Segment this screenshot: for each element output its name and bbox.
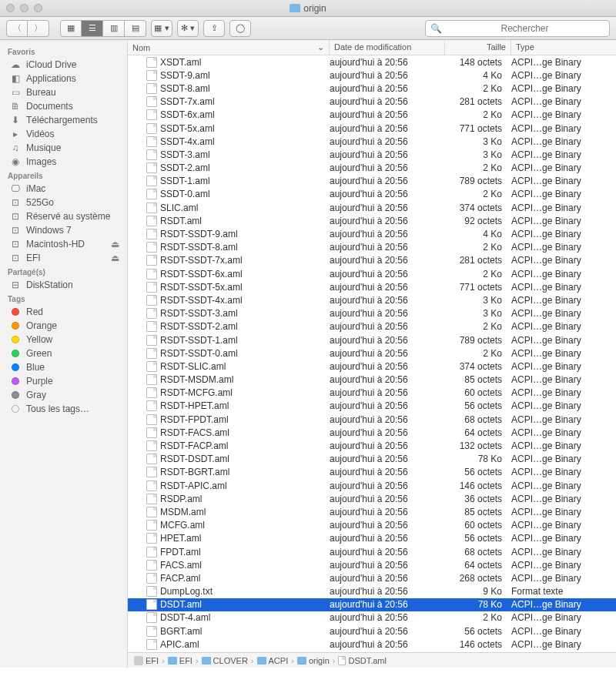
view-list-button[interactable]: ☰ xyxy=(82,20,103,37)
table-row[interactable]: SSDT-7x.amlaujourd'hui à 20:56281 octets… xyxy=(128,95,616,109)
table-row[interactable]: RSDT-BGRT.amlaujourd'hui à 20:5656 octet… xyxy=(128,466,616,479)
file-icon xyxy=(146,229,157,239)
table-row[interactable]: RSDT-APIC.amlaujourd'hui à 20:56146 octe… xyxy=(128,479,616,492)
action-button[interactable]: ✻ ▾ xyxy=(177,20,199,37)
table-row[interactable]: SSDT-4x.amlaujourd'hui à 20:563 KoACPI…g… xyxy=(128,135,616,148)
sidebar-item[interactable]: 🗎Documents xyxy=(0,99,127,113)
table-row[interactable]: RSDT-HPET.amlaujourd'hui à 20:5656 octet… xyxy=(128,400,616,413)
table-row[interactable]: RSDT-SSDT-7x.amlaujourd'hui à 20:56281 o… xyxy=(128,254,616,267)
table-row[interactable]: RSDT-SSDT-4x.amlaujourd'hui à 20:563 KoA… xyxy=(128,293,616,306)
sidebar-item[interactable]: ◉Images xyxy=(0,155,127,169)
eject-icon[interactable]: ⏏ xyxy=(111,253,119,263)
share-button[interactable]: ⇪ xyxy=(203,20,225,37)
table-row[interactable]: SSDT-5x.amlaujourd'hui à 20:56771 octets… xyxy=(128,122,616,135)
path-segment[interactable]: DSDT.aml xyxy=(338,656,387,665)
sidebar-item[interactable]: Tous les tags… xyxy=(0,402,127,416)
column-header-name[interactable]: Nom⌄ xyxy=(128,40,330,55)
sidebar-item[interactable]: ☁iCloud Drive xyxy=(0,58,127,72)
path-segment[interactable]: CLOVER xyxy=(202,656,248,665)
path-segment[interactable]: ACPI xyxy=(257,656,289,665)
table-row[interactable]: RSDT-FACP.amlaujourd'hui à 20:56132 octe… xyxy=(128,439,616,452)
table-row[interactable]: RSDT-SSDT-9.amlaujourd'hui à 20:564 KoAC… xyxy=(128,227,616,240)
sidebar-item[interactable]: ⊡Windows 7 xyxy=(0,223,127,237)
table-row[interactable]: SSDT-0.amlaujourd'hui à 20:562 KoACPI…ge… xyxy=(128,188,616,201)
table-row[interactable]: FPDT.amlaujourd'hui à 20:5668 octetsACPI… xyxy=(128,545,616,558)
table-row[interactable]: SSDT-9.amlaujourd'hui à 20:564 KoACPI…ge… xyxy=(128,69,616,82)
table-row[interactable]: XSDT.amlaujourd'hui à 20:56148 octetsACP… xyxy=(128,55,616,69)
sidebar-item[interactable]: ⊡EFI⏏ xyxy=(0,251,127,265)
sidebar-item[interactable]: Gray xyxy=(0,388,127,402)
arrange-button[interactable]: ▦ ▾ xyxy=(151,20,172,37)
file-icon xyxy=(146,70,157,81)
sidebar-item[interactable]: Green xyxy=(0,347,127,360)
table-row[interactable]: SLIC.amlaujourd'hui à 20:56374 octetsACP… xyxy=(128,201,616,214)
table-row[interactable]: RSDT-MCFG.amlaujourd'hui à 20:5660 octet… xyxy=(128,387,616,400)
file-date: aujourd'hui à 20:56 xyxy=(330,149,445,160)
column-header-size[interactable]: Taille xyxy=(445,40,511,55)
table-row[interactable]: MCFG.amlaujourd'hui à 20:5660 octetsACPI… xyxy=(128,519,616,532)
table-row[interactable]: DSDT.amlaujourd'hui à 20:5678 KoACPI…ge … xyxy=(128,598,616,611)
column-header-date[interactable]: Date de modification xyxy=(330,40,445,55)
table-row[interactable]: RSDT-SSDT-3.amlaujourd'hui à 20:563 KoAC… xyxy=(128,307,616,320)
table-row[interactable]: APIC.amlaujourd'hui à 20:56146 octetsACP… xyxy=(128,638,616,651)
view-columns-button[interactable]: ▥ xyxy=(103,20,125,37)
table-row[interactable]: RSDT-SSDT-1.amlaujourd'hui à 20:56789 oc… xyxy=(128,333,616,347)
back-button[interactable]: 〈 xyxy=(6,20,28,37)
table-row[interactable]: RSDT-FACS.amlaujourd'hui à 20:5664 octet… xyxy=(128,426,616,439)
sidebar-item[interactable]: Red xyxy=(0,305,127,319)
table-row[interactable]: RSDT-SLIC.amlaujourd'hui à 20:56374 octe… xyxy=(128,360,616,373)
sidebar-item[interactable]: ⬇Téléchargements xyxy=(0,113,127,127)
path-segment[interactable]: origin xyxy=(297,656,330,665)
table-row[interactable]: RSDT-MSDM.amlaujourd'hui à 20:5685 octet… xyxy=(128,373,616,387)
file-name: SSDT-3.aml xyxy=(160,149,210,160)
sidebar-item[interactable]: ▸Vidéos xyxy=(0,127,127,141)
table-row[interactable]: RSDT-DSDT.amlaujourd'hui à 20:5678 KoACP… xyxy=(128,453,616,466)
table-row[interactable]: FACP.amlaujourd'hui à 20:56268 octetsACP… xyxy=(128,571,616,584)
table-row[interactable]: SSDT-6x.amlaujourd'hui à 20:562 KoACPI…g… xyxy=(128,109,616,122)
sidebar-item[interactable]: ♫Musique xyxy=(0,141,127,155)
music-icon: ♫ xyxy=(9,142,22,153)
table-row[interactable]: HPET.amlaujourd'hui à 20:5656 octetsACPI… xyxy=(128,532,616,545)
column-header-type[interactable]: Type xyxy=(511,40,616,55)
table-row[interactable]: DSDT-4.amlaujourd'hui à 20:562 KoACPI…ge… xyxy=(128,611,616,624)
table-row[interactable]: BGRT.amlaujourd'hui à 20:5656 octetsACPI… xyxy=(128,624,616,638)
table-row[interactable]: RSDT-SSDT-0.amlaujourd'hui à 20:562 KoAC… xyxy=(128,347,616,360)
table-row[interactable]: SSDT-8.amlaujourd'hui à 20:562 KoACPI…ge… xyxy=(128,82,616,95)
eject-icon[interactable]: ⏏ xyxy=(111,239,119,249)
sidebar-item[interactable]: Orange xyxy=(0,319,127,333)
view-icons-button[interactable]: ▦ xyxy=(60,20,82,37)
table-row[interactable]: MSDM.amlaujourd'hui à 20:5685 octetsACPI… xyxy=(128,505,616,518)
sidebar-item[interactable]: 🖵iMac xyxy=(0,182,127,196)
table-row[interactable]: FACS.amlaujourd'hui à 20:5664 octetsACPI… xyxy=(128,558,616,571)
sidebar-item[interactable]: ▭Bureau xyxy=(0,85,127,99)
table-row[interactable]: SSDT-1.amlaujourd'hui à 20:56789 octetsA… xyxy=(128,175,616,188)
path-segment[interactable]: EFI xyxy=(168,656,192,665)
table-row[interactable]: RSDT-SSDT-2.amlaujourd'hui à 20:562 KoAC… xyxy=(128,320,616,333)
search-field[interactable]: 🔍 xyxy=(425,20,610,37)
view-gallery-button[interactable]: ▤ xyxy=(125,20,146,37)
table-row[interactable]: RSDT-SSDT-5x.amlaujourd'hui à 20:56771 o… xyxy=(128,280,616,293)
table-row[interactable]: RSDP.amlaujourd'hui à 20:5636 octetsACPI… xyxy=(128,492,616,505)
table-row[interactable]: DumpLog.txtaujourd'hui à 20:569 KoFormat… xyxy=(128,585,616,598)
sidebar-item[interactable]: ◧Applications xyxy=(0,72,127,85)
sidebar-item[interactable]: Yellow xyxy=(0,333,127,347)
sidebar-item[interactable]: Purple xyxy=(0,374,127,388)
tags-button[interactable]: ◯ xyxy=(229,20,251,37)
file-size: 3 Ko xyxy=(445,149,511,160)
table-row[interactable]: RSDT-FPDT.amlaujourd'hui à 20:5668 octet… xyxy=(128,413,616,426)
table-row[interactable]: RSDT.amlaujourd'hui à 20:5692 octetsACPI… xyxy=(128,214,616,227)
sidebar-item[interactable]: ⊡Macintosh-HD⏏ xyxy=(0,237,127,251)
file-list[interactable]: XSDT.amlaujourd'hui à 20:56148 octetsACP… xyxy=(128,55,616,652)
sidebar-item[interactable]: ⊡Réservé au système xyxy=(0,209,127,223)
file-name: FACS.aml xyxy=(160,560,202,571)
table-row[interactable]: RSDT-SSDT-8.amlaujourd'hui à 20:562 KoAC… xyxy=(128,241,616,254)
sidebar-item[interactable]: ⊟DiskStation xyxy=(0,278,127,292)
sidebar-item[interactable]: ⊡525Go xyxy=(0,196,127,209)
table-row[interactable]: SSDT-3.amlaujourd'hui à 20:563 KoACPI…ge… xyxy=(128,148,616,161)
search-input[interactable] xyxy=(445,23,604,34)
path-segment[interactable]: EFI xyxy=(134,656,159,665)
forward-button[interactable]: 〉 xyxy=(28,20,49,37)
table-row[interactable]: SSDT-2.amlaujourd'hui à 20:562 KoACPI…ge… xyxy=(128,162,616,175)
sidebar-item[interactable]: Blue xyxy=(0,360,127,374)
table-row[interactable]: RSDT-SSDT-6x.amlaujourd'hui à 20:562 KoA… xyxy=(128,267,616,280)
